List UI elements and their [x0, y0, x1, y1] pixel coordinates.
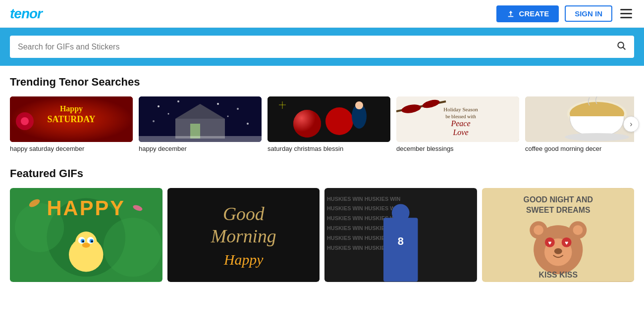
- trending-image-3: [268, 96, 390, 142]
- trending-scroll-container: Happy SATURDAY happy saturday december: [10, 96, 634, 152]
- svg-point-24: [293, 110, 321, 138]
- trending-image-4: Holiday Season be blessed with Peace Lov…: [396, 96, 519, 142]
- svg-text:Holiday Season: Holiday Season: [443, 106, 478, 112]
- featured-image-4: GOOD NIGHT AND SWEET DREAMS: [482, 188, 635, 282]
- svg-text:Good: Good: [222, 203, 264, 224]
- featured-image-2: Good Morning Happy: [167, 188, 320, 282]
- trending-section: Trending Tenor Searches: [10, 76, 634, 152]
- featured-image-3: HUSKIES WIN HUSKIES WIN HUSKIES WIN HUSK…: [324, 188, 477, 282]
- svg-text:♥: ♥: [548, 239, 551, 246]
- trending-label-2: happy december: [139, 145, 262, 152]
- featured-title: Featured GIFs: [10, 167, 634, 180]
- header-right: CREATE SIGN IN: [496, 5, 634, 22]
- svg-point-16: [237, 108, 239, 110]
- featured-section: Featured GIFs HAPPY: [10, 167, 634, 282]
- svg-point-25: [325, 107, 353, 135]
- svg-text:8: 8: [398, 235, 404, 247]
- signin-button[interactable]: SIGN IN: [565, 5, 612, 22]
- trending-image-5: [525, 96, 634, 142]
- svg-point-20: [247, 123, 249, 125]
- svg-point-15: [217, 103, 219, 105]
- create-button[interactable]: CREATE: [496, 5, 559, 22]
- search-icon: [616, 41, 626, 50]
- svg-point-50: [75, 232, 97, 253]
- search-bar-wrapper: [0, 28, 644, 66]
- trending-item[interactable]: Happy SATURDAY happy saturday december: [10, 96, 133, 152]
- svg-text:♥: ♥: [565, 239, 568, 246]
- svg-point-1: [618, 42, 624, 48]
- svg-text:HAPPY: HAPPY: [47, 196, 125, 220]
- hamburger-menu-icon[interactable]: [618, 7, 634, 20]
- svg-text:Happy: Happy: [223, 251, 264, 268]
- featured-item-3[interactable]: HUSKIES WIN HUSKIES WIN HUSKIES WIN HUSK…: [324, 188, 477, 282]
- svg-text:SATURDAY: SATURDAY: [47, 114, 95, 124]
- trending-image-2: [139, 96, 262, 142]
- trending-item[interactable]: happy december: [139, 96, 262, 152]
- logo[interactable]: tenor: [10, 6, 42, 22]
- featured-grid: HAPPY: [10, 188, 634, 282]
- svg-point-41: [565, 133, 629, 141]
- svg-text:Peace: Peace: [450, 119, 470, 128]
- svg-line-2: [623, 47, 626, 50]
- svg-text:Happy: Happy: [60, 104, 83, 113]
- trending-items: Happy SATURDAY happy saturday december: [10, 96, 634, 152]
- svg-point-18: [227, 116, 229, 117]
- svg-rect-69: [383, 218, 418, 281]
- search-bar: [10, 36, 634, 58]
- svg-point-70: [392, 204, 410, 222]
- trending-label-3: saturday christmas blessin: [268, 145, 390, 152]
- svg-point-29: [355, 101, 363, 109]
- header: tenor CREATE SIGN IN: [0, 0, 644, 28]
- svg-point-55: [82, 240, 84, 242]
- trending-label-4: december blessings: [396, 145, 519, 152]
- svg-point-8: [21, 117, 29, 125]
- trending-item[interactable]: saturday christmas blessin: [268, 96, 390, 152]
- svg-text:Love: Love: [452, 128, 468, 137]
- trending-label-1: happy saturday december: [10, 145, 133, 152]
- svg-point-56: [91, 240, 93, 242]
- trending-item[interactable]: Holiday Season be blessed with Peace Lov…: [396, 96, 519, 152]
- featured-item-1[interactable]: HAPPY: [10, 188, 162, 282]
- svg-text:be blessed with: be blessed with: [445, 114, 476, 119]
- trending-label-5: coffee good morning decer: [525, 145, 634, 152]
- upload-icon: [506, 9, 515, 18]
- svg-point-14: [177, 100, 179, 102]
- svg-point-57: [82, 243, 90, 248]
- trending-item[interactable]: coffee good morning decer: [525, 96, 634, 152]
- featured-image-1: HAPPY: [10, 188, 162, 282]
- featured-item-2[interactable]: Good Morning Happy: [167, 188, 320, 282]
- svg-point-79: [573, 225, 583, 235]
- svg-point-78: [534, 225, 543, 235]
- svg-point-19: [153, 120, 155, 122]
- scroll-right-arrow[interactable]: ›: [623, 116, 639, 132]
- svg-text:KISS KISS: KISS KISS: [538, 271, 577, 279]
- svg-text:HUSKIES WIN HUSKIES WIN: HUSKIES WIN HUSKIES WIN: [327, 205, 401, 211]
- featured-item-4[interactable]: GOOD NIGHT AND SWEET DREAMS: [482, 188, 635, 282]
- svg-text:HUSKIES WIN HUSKIES WIN: HUSKIES WIN HUSKIES WIN: [327, 196, 401, 202]
- svg-point-13: [158, 105, 160, 107]
- main-content: Trending Tenor Searches: [0, 66, 644, 282]
- svg-rect-21: [139, 136, 262, 142]
- svg-point-85: [554, 248, 562, 254]
- svg-text:GOOD NIGHT AND: GOOD NIGHT AND: [523, 195, 592, 204]
- svg-text:Morning: Morning: [210, 226, 276, 246]
- svg-point-17: [168, 113, 169, 115]
- svg-point-45: [103, 218, 162, 277]
- svg-text:SWEET DREAMS: SWEET DREAMS: [526, 206, 590, 214]
- search-input[interactable]: [18, 43, 616, 51]
- trending-image-1: Happy SATURDAY: [10, 96, 133, 142]
- svg-rect-0: [508, 16, 513, 17]
- create-label: CREATE: [519, 9, 549, 18]
- trending-title: Trending Tenor Searches: [10, 76, 634, 89]
- search-button[interactable]: [616, 41, 626, 53]
